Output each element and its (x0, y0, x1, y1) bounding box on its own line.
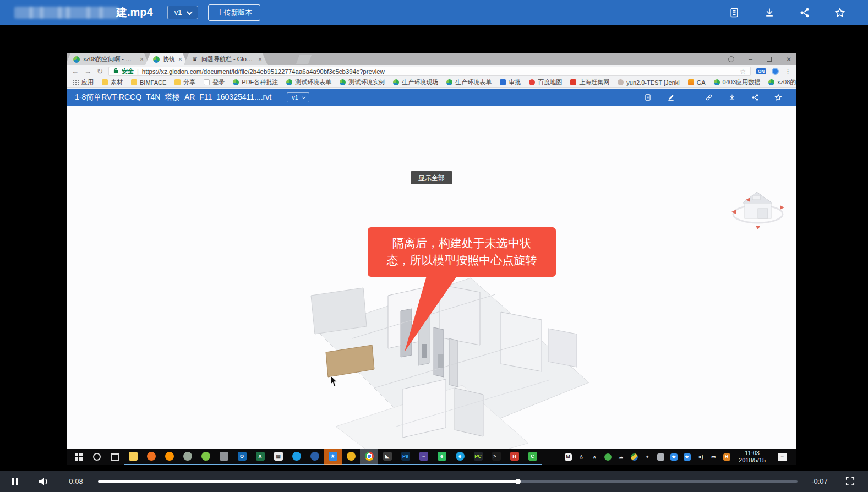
image-viewer[interactable] (215, 449, 233, 465)
calculator[interactable]: ▤ (269, 449, 287, 465)
tray-green[interactable] (601, 449, 614, 465)
volume-icon[interactable] (36, 474, 51, 489)
h-orange[interactable]: H (720, 449, 733, 465)
download-icon[interactable] (728, 93, 736, 102)
bookmark-item[interactable]: 上海赶集网 (570, 78, 609, 86)
profile-icon[interactable] (728, 56, 734, 62)
terminal[interactable]: >_ (487, 449, 505, 465)
star-icon[interactable] (834, 7, 846, 19)
browser-tab[interactable]: 协筑 × (145, 53, 188, 65)
show-all-button[interactable]: 显示全部 (411, 171, 452, 184)
back-icon[interactable]: ← (72, 67, 79, 75)
bookmark-item[interactable]: 生产环境表单 (446, 78, 492, 86)
share-icon[interactable] (751, 93, 760, 102)
clock-date: 2018/5/15 (739, 457, 766, 464)
extension-icon[interactable] (772, 68, 779, 75)
tab-close-icon[interactable]: × (258, 56, 262, 63)
photoshop[interactable]: Ps (396, 449, 414, 465)
minimize-icon[interactable]: – (749, 56, 752, 63)
task-view[interactable] (106, 449, 124, 465)
bookmark-item[interactable]: 测试环境实例 (340, 78, 385, 86)
bookmark-item[interactable]: 审批 (500, 78, 521, 86)
m-badge[interactable]: M (561, 449, 575, 465)
bookmark-star-icon[interactable]: ☆ (740, 68, 746, 75)
bookmark-item[interactable]: 登录 (204, 78, 225, 86)
blue-browser[interactable] (287, 449, 305, 465)
chrome[interactable] (360, 449, 378, 465)
view-cube-house[interactable] (729, 180, 787, 231)
bookmark-item[interactable]: 百度地图 (529, 78, 562, 86)
bookmark-label: 素材 (111, 78, 123, 86)
tray-star-1[interactable]: ★ (667, 449, 680, 465)
network[interactable]: ▭ (707, 449, 720, 465)
close-icon[interactable]: ✕ (786, 56, 791, 63)
chevron-down-icon (302, 95, 305, 99)
netease-music[interactable] (342, 449, 360, 465)
start-button[interactable] (69, 449, 88, 465)
tray-cloud[interactable]: ☁ (614, 449, 627, 465)
extension-on-badge[interactable]: ON (756, 68, 766, 74)
notes-icon[interactable] (728, 7, 740, 19)
forward-icon[interactable]: → (84, 67, 91, 75)
tab-close-icon[interactable]: × (178, 56, 182, 63)
volume[interactable]: ◄) (694, 449, 707, 465)
browser-menu-icon[interactable]: ⋮ (784, 67, 791, 75)
bookmark-item[interactable]: yun2.0-TEST [Jenki (618, 79, 679, 86)
bookmark-item[interactable]: GA (688, 79, 706, 86)
reload-icon[interactable]: ↻ (97, 67, 103, 75)
ie[interactable]: e (451, 449, 469, 465)
progress-bar[interactable] (98, 480, 798, 483)
browser-tab[interactable]: 问题导航栏 - Glodon JIR × (184, 53, 268, 65)
driver-tool[interactable] (142, 449, 160, 465)
settings-sphere[interactable] (305, 449, 324, 465)
file-explorer[interactable] (124, 449, 142, 465)
upload-new-version-button[interactable]: 上传新版本 (208, 4, 260, 21)
share-icon[interactable] (799, 7, 811, 19)
action-center-icon[interactable]: ≡ (778, 453, 787, 461)
outlook[interactable]: O (233, 449, 251, 465)
bookmark-item[interactable]: 生产环境现场 (393, 78, 438, 86)
cortana[interactable] (88, 449, 106, 465)
wechat[interactable] (178, 449, 196, 465)
chevron-up[interactable]: ∧ (588, 449, 601, 465)
tab-close-icon[interactable]: × (140, 56, 144, 63)
fullscreen-icon[interactable] (843, 474, 857, 489)
bookmark-item[interactable]: 应用 (73, 78, 94, 86)
evernote[interactable]: e (433, 449, 451, 465)
bookmark-item[interactable]: xz08的应用数据文件 (768, 78, 796, 86)
link-icon[interactable] (705, 93, 713, 102)
tray-star-2[interactable]: ★ (680, 449, 694, 465)
pinned-star[interactable]: ★ (324, 449, 342, 465)
new-tab-button[interactable] (296, 55, 312, 64)
camtasia[interactable]: C (523, 449, 542, 465)
bookmark-item[interactable]: 测试环境表单 (286, 78, 331, 86)
tray-capture[interactable] (654, 449, 667, 465)
people[interactable]: ♙ (575, 449, 588, 465)
bookmark-item[interactable]: 分享 (174, 78, 195, 86)
restore-icon[interactable] (767, 57, 772, 62)
pen-icon[interactable] (667, 93, 675, 102)
bookmark-item[interactable]: 0403应用数据 (714, 78, 760, 86)
progress-knob[interactable] (515, 479, 521, 484)
version-dropdown[interactable]: v1 (167, 6, 199, 19)
tray-satellite[interactable]: ⌖ (641, 449, 654, 465)
design-tool[interactable]: ◣ (378, 449, 396, 465)
h-red[interactable]: H (505, 449, 523, 465)
taskbar-clock[interactable]: 11:03 2018/5/15 (733, 450, 771, 464)
star-icon[interactable] (774, 93, 783, 102)
document-version-dropdown[interactable]: v1 (287, 92, 309, 102)
360-safety[interactable] (196, 449, 215, 465)
address-omnibox[interactable]: 安全 | https://xz.glodon.com/document/id/f… (108, 67, 751, 76)
bookmark-item[interactable]: PDF各种批注 (233, 78, 278, 86)
pycharm[interactable]: PC (469, 449, 487, 465)
browser-tab[interactable]: xz08的空间啊 - 协筑 × (67, 53, 149, 65)
document-icon[interactable] (643, 93, 652, 102)
download-icon[interactable] (763, 7, 776, 19)
pause-button[interactable] (8, 474, 22, 489)
dolphin-ftp[interactable]: ~ (414, 449, 433, 465)
bookmark-item[interactable]: BIMFACE (131, 79, 166, 86)
bookmark-item[interactable]: 素材 (102, 78, 123, 86)
tray-globe[interactable] (627, 449, 641, 465)
firefox[interactable] (160, 449, 178, 465)
excel[interactable]: X (251, 449, 269, 465)
